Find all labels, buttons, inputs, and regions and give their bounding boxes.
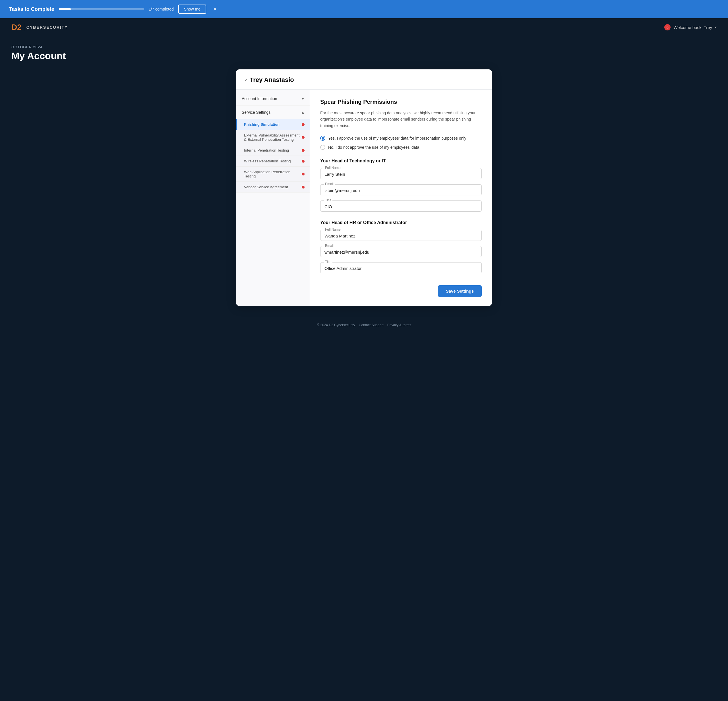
logo-d2: D2 <box>12 23 22 32</box>
save-settings-button[interactable]: Save Settings <box>438 285 482 297</box>
sidebar-item-account-info[interactable]: Account Information ▾ <box>236 92 310 106</box>
sidebar-item-service-settings[interactable]: Service Settings ▴ <box>236 106 310 119</box>
dot-indicator <box>302 186 305 189</box>
hr-title-label: Title <box>324 260 332 264</box>
external-vuln-label: External Vulnerability Assessment & Exte… <box>244 133 302 142</box>
footer-support-link[interactable]: Contact Support <box>359 323 384 327</box>
main-form: Spear Phishing Permissions For the most … <box>310 90 492 306</box>
user-menu[interactable]: 6 Welcome back, Trey ▾ <box>664 24 716 30</box>
sidebar-item-vendor[interactable]: Vendor Service Agreement <box>236 182 310 192</box>
show-me-button[interactable]: Show me <box>178 4 206 14</box>
account-info-label: Account Information <box>242 97 277 101</box>
tech-email-value: lstein@mersnj.edu <box>325 187 477 193</box>
tech-field-group: Full Name Larry Stein Email lstein@mersn… <box>320 168 482 212</box>
radio-yes-option[interactable]: Yes, I approve the use of my employees' … <box>320 136 482 141</box>
hr-email-field[interactable]: Email wmartinez@mersnj.edu <box>320 246 482 257</box>
form-section-title: Spear Phishing Permissions <box>320 99 482 105</box>
completed-text: 1/7 completed <box>149 7 174 12</box>
chevron-down-icon: ▾ <box>302 96 304 101</box>
sidebar-sub-menu: Phishing Simulation External Vulnerabili… <box>236 119 310 192</box>
footer-privacy-link[interactable]: Privacy & terms <box>387 323 411 327</box>
notification-badge[interactable]: 6 <box>664 24 670 30</box>
hr-section-title: Your Head of HR or Office Administrator <box>320 220 482 225</box>
web-app-pen-label: Web Application Penetration Testing <box>244 170 302 178</box>
logo-cyber: CYBERSECURITY <box>26 25 68 30</box>
hr-email-label: Email <box>324 244 335 248</box>
dot-indicator <box>302 173 305 175</box>
site-footer: © 2024 D2 Cybersecurity Contact Support … <box>0 317 728 333</box>
hr-field-group: Full Name Wanda Martinez Email wmartinez… <box>320 230 482 273</box>
radio-no-option[interactable]: No, I do not approve the use of my emplo… <box>320 145 482 150</box>
radio-no-circle[interactable] <box>320 145 325 150</box>
chevron-down-icon: ▾ <box>715 25 716 29</box>
tech-email-label: Email <box>324 182 335 186</box>
main-card: ‹ Trey Anastasio Account Information ▾ S… <box>236 69 492 306</box>
hr-title-field[interactable]: Title Office Administrator <box>320 262 482 273</box>
hr-fullname-label: Full Name <box>324 227 342 231</box>
sidebar-item-phishing-simulation[interactable]: Phishing Simulation <box>236 119 310 130</box>
phishing-simulation-label: Phishing Simulation <box>244 122 280 127</box>
banner-title: Tasks to Complete <box>9 6 54 12</box>
tech-title-field[interactable]: Title CIO <box>320 201 482 212</box>
progress-fill <box>59 8 71 10</box>
welcome-text: Welcome back, Trey <box>673 25 712 30</box>
hr-fullname-value: Wanda Martinez <box>325 232 477 238</box>
sidebar-item-wireless-pen[interactable]: Wireless Penetration Testing <box>236 156 310 167</box>
hr-fullname-field[interactable]: Full Name Wanda Martinez <box>320 230 482 241</box>
dot-indicator <box>302 160 305 163</box>
tasks-banner: Tasks to Complete 1/7 completed Show me … <box>0 0 728 18</box>
card-body: Account Information ▾ Service Settings ▴… <box>236 90 492 306</box>
sidebar-item-web-app-pen[interactable]: Web Application Penetration Testing <box>236 167 310 182</box>
dot-indicator <box>302 123 305 126</box>
page-date-label: OCTOBER 2024 <box>12 45 716 49</box>
card-user-name: Trey Anastasio <box>250 76 294 84</box>
progress-track <box>59 8 144 10</box>
hr-title-value: Office Administrator <box>325 265 477 271</box>
vendor-label: Vendor Service Agreement <box>244 185 288 189</box>
sidebar-item-internal-pen[interactable]: Internal Penetration Testing <box>236 145 310 156</box>
chevron-up-icon: ▴ <box>302 110 304 115</box>
dot-indicator <box>302 136 305 139</box>
radio-no-label: No, I do not approve the use of my emplo… <box>328 145 419 150</box>
footer-copyright: © 2024 D2 Cybersecurity <box>317 323 355 327</box>
back-arrow-icon[interactable]: ‹ <box>245 77 247 83</box>
sidebar: Account Information ▾ Service Settings ▴… <box>236 90 310 306</box>
page-content: OCTOBER 2024 My Account ‹ Trey Anastasio… <box>0 36 728 317</box>
page-title: My Account <box>12 50 716 61</box>
logo: D2 CYBERSECURITY <box>12 23 68 32</box>
dot-indicator <box>302 149 305 152</box>
permission-radio-group: Yes, I approve the use of my employees' … <box>320 136 482 150</box>
tech-fullname-field[interactable]: Full Name Larry Stein <box>320 168 482 179</box>
radio-yes-circle[interactable] <box>320 136 325 141</box>
wireless-pen-label: Wireless Penetration Testing <box>244 159 291 163</box>
tech-title-label: Title <box>324 198 332 202</box>
internal-pen-label: Internal Penetration Testing <box>244 148 289 152</box>
radio-yes-label: Yes, I approve the use of my employees' … <box>328 136 466 140</box>
form-description: For the most accurate spear phishing dat… <box>320 110 482 129</box>
service-settings-label: Service Settings <box>242 110 270 115</box>
tech-fullname-label: Full Name <box>324 166 342 170</box>
tech-section-title: Your Head of Technology or IT <box>320 158 482 163</box>
save-btn-row: Save Settings <box>320 282 482 297</box>
tech-title-value: CIO <box>325 203 477 209</box>
sidebar-item-external-vuln[interactable]: External Vulnerability Assessment & Exte… <box>236 130 310 145</box>
tech-email-field[interactable]: Email lstein@mersnj.edu <box>320 184 482 195</box>
banner-close-button[interactable]: × <box>213 6 217 13</box>
hr-email-value: wmartinez@mersnj.edu <box>325 249 477 254</box>
tech-fullname-value: Larry Stein <box>325 171 477 176</box>
logo-separator <box>24 23 24 31</box>
card-header: ‹ Trey Anastasio <box>236 69 492 90</box>
site-header: D2 CYBERSECURITY 6 Welcome back, Trey ▾ <box>0 18 728 36</box>
